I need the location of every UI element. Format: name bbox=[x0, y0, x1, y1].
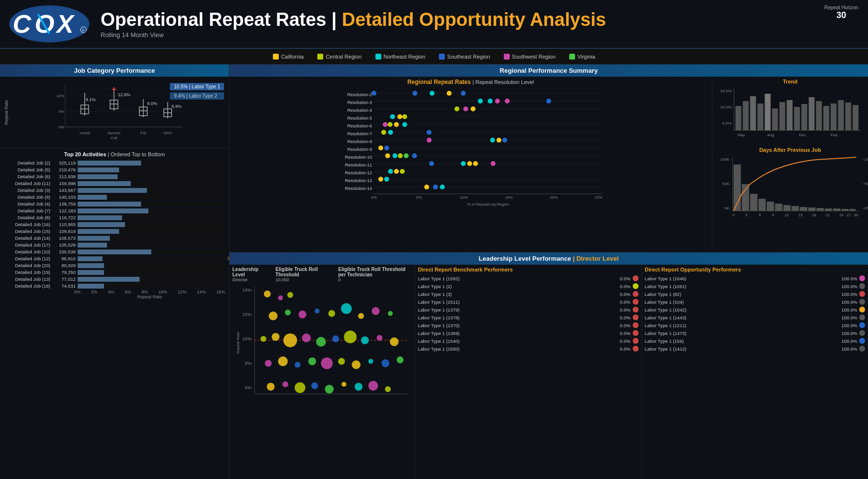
regional-title: Regional Performance Summary bbox=[500, 67, 598, 74]
svg-point-100 bbox=[400, 169, 405, 174]
bar-fill bbox=[78, 202, 141, 207]
opp-name: Labor Type 1 (1443) bbox=[645, 315, 835, 320]
svg-point-76 bbox=[496, 138, 501, 143]
svg-text:Resolution-13: Resolution-13 bbox=[345, 178, 372, 183]
opp-dot bbox=[859, 299, 865, 305]
leadership-gold: | Director Level bbox=[573, 255, 619, 262]
svg-text:0K-: 0K- bbox=[724, 206, 731, 210]
svg-rect-137 bbox=[838, 100, 844, 130]
activities-bold: Top 20 Activities bbox=[64, 151, 106, 157]
job-category-section: Repeat Rate 0% 5% 10% bbox=[0, 77, 229, 148]
opp-name: Labor Type 1 (1211) bbox=[645, 323, 835, 328]
svg-point-99 bbox=[394, 169, 399, 174]
svg-text:Resolution-7: Resolution-7 bbox=[347, 131, 372, 136]
bench-dot bbox=[633, 346, 639, 352]
bar-value: 219,476 bbox=[52, 167, 76, 172]
bar-label: Detailed Job (12) bbox=[4, 256, 50, 261]
bench-value: 0.0% bbox=[610, 307, 631, 312]
svg-text:FSI: FSI bbox=[140, 131, 146, 135]
bench-value: 0.0% bbox=[610, 284, 631, 289]
svg-text:Resolution-12: Resolution-12 bbox=[345, 170, 372, 175]
bar-track bbox=[78, 208, 225, 213]
benchmark-rows: Labor Type 1 (1592) 0.0% Labor Type 1 (2… bbox=[418, 275, 639, 352]
bar-track bbox=[78, 250, 225, 254]
bench-name: Labor Type 1 (1378) bbox=[418, 315, 608, 320]
svg-text:20%: 20% bbox=[550, 195, 558, 200]
bar-label: Detailed Job (8) bbox=[4, 215, 50, 220]
title-gold: Detailed Opportunity Analysis bbox=[342, 9, 606, 30]
svg-rect-161 bbox=[808, 208, 816, 211]
svg-text:Resolution-6: Resolution-6 bbox=[347, 124, 372, 128]
svg-text:Call: Call bbox=[111, 136, 118, 140]
bar-fill bbox=[78, 263, 104, 268]
bar-row: Detailed Job (3) 143,567 bbox=[4, 187, 225, 193]
benchmark-row: Labor Type 1 (1379) 0.0% bbox=[418, 307, 639, 312]
svg-rect-134 bbox=[816, 101, 822, 130]
svg-text:Resolution-9: Resolution-9 bbox=[347, 147, 372, 152]
legend-northeast: Northeast Region bbox=[375, 54, 426, 60]
bar-track bbox=[78, 161, 225, 166]
svg-point-193 bbox=[315, 309, 320, 313]
svg-rect-124 bbox=[743, 101, 749, 130]
svg-text:50K-: 50K- bbox=[723, 182, 731, 186]
bar-fill bbox=[78, 236, 110, 241]
opp-value: 100.0% bbox=[837, 307, 857, 312]
svg-text:14%-: 14%- bbox=[242, 288, 252, 292]
header-title: Operational Repeat Rates | Detailed Oppo… bbox=[101, 9, 606, 39]
bar-fill bbox=[78, 208, 148, 213]
bench-name: Labor Type 1 (2) bbox=[418, 284, 608, 289]
opp-name: Labor Type 1 (1042) bbox=[645, 307, 835, 312]
bar-track bbox=[78, 284, 225, 289]
job-category-header: Job Category Performance bbox=[0, 64, 229, 77]
leadership-chart-area: Leadership Level Director Eligible Truck… bbox=[229, 265, 415, 479]
opportunity-row: Labor Type 1 (1412) 100.0% bbox=[645, 346, 866, 352]
callout2: 9.4% | Labcr Type 2 bbox=[170, 92, 224, 100]
rr-chart-title: Regional Repeat Rates bbox=[407, 79, 471, 85]
svg-text:SRO: SRO bbox=[164, 131, 172, 135]
svg-text:21: 21 bbox=[826, 213, 830, 217]
bar-row: Detailed Job (17) 105,528 bbox=[4, 242, 225, 248]
benchmark-row: Labor Type 1 (1370) 0.0% bbox=[418, 322, 639, 328]
benchmark-row: Labor Type 1 (1369) 0.0% bbox=[418, 330, 639, 336]
svg-point-225 bbox=[355, 383, 363, 391]
opp-name: Labor Type 1 (156) bbox=[645, 338, 835, 344]
meta-leadership-level: Leadership Level Director bbox=[232, 267, 261, 282]
svg-point-195 bbox=[341, 303, 352, 314]
bench-value: 0.0% bbox=[610, 323, 631, 328]
rr-chart-area: Regional Repeat Rates | Repeat Resolutio… bbox=[229, 77, 712, 232]
callout1: 10.5% | Labor Type 1 bbox=[170, 83, 224, 90]
bar-track: 1.5% bbox=[78, 195, 225, 200]
bar-fill bbox=[78, 188, 147, 193]
opportunity-row: Labor Type 1 (1046) 100.0% bbox=[645, 275, 866, 281]
svg-point-80 bbox=[378, 146, 383, 150]
svg-text:X: X bbox=[55, 10, 75, 38]
svg-point-103 bbox=[378, 177, 383, 182]
svg-text:10%: 10% bbox=[56, 94, 64, 98]
svg-rect-139 bbox=[853, 105, 859, 130]
svg-point-107 bbox=[424, 185, 429, 189]
bar-row: Detailed Job (5) 219,476 bbox=[4, 167, 225, 172]
bar-value: 86,810 bbox=[52, 256, 76, 261]
svg-rect-135 bbox=[824, 106, 829, 130]
svg-point-207 bbox=[377, 335, 383, 341]
benchmark-row: Labor Type 1 (3) 0.0% bbox=[418, 291, 639, 297]
svg-rect-129 bbox=[780, 102, 785, 130]
svg-text:10.0%-: 10.0%- bbox=[720, 105, 733, 109]
svg-point-55 bbox=[471, 106, 475, 111]
benchmark-row: Labor Type 1 (2) 0.0% bbox=[418, 283, 639, 289]
svg-rect-153 bbox=[742, 184, 749, 211]
bar-row: Detailed Job (7) 122,183 bbox=[4, 208, 225, 213]
svg-point-222 bbox=[311, 382, 318, 389]
bar-fill bbox=[78, 181, 131, 186]
opportunity-row: Labor Type 1 (1061) 100.0% bbox=[645, 283, 866, 289]
bar-fill bbox=[78, 243, 107, 248]
repeat-horizon-label: Repeat Horizon bbox=[825, 5, 858, 10]
svg-point-46 bbox=[478, 99, 483, 104]
bench-dot bbox=[633, 338, 639, 344]
bar-fill bbox=[78, 229, 119, 234]
meta-eligible-threshold: Eligible Truck Roll Threshold 10,000 bbox=[275, 267, 323, 282]
svg-point-98 bbox=[388, 169, 393, 174]
svg-text:15: 15 bbox=[798, 213, 803, 217]
benchmark-row: Labor Type 1 (1592) 0.0% bbox=[418, 275, 639, 281]
bench-name: Labor Type 1 (1370) bbox=[418, 323, 608, 328]
